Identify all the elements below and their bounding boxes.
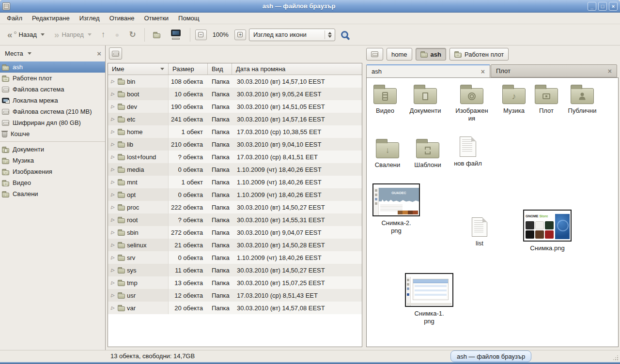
expander-icon[interactable]: ▷ bbox=[111, 217, 116, 222]
table-row[interactable]: ▷etc 241 обекта Папка 30.03.2010 (вт) 14… bbox=[108, 113, 362, 125]
icon-videos-folder[interactable]: Видео bbox=[368, 84, 403, 115]
sidebar-item-filesystem-210[interactable]: Файлова система (210 MB) bbox=[0, 106, 105, 117]
home-button[interactable] bbox=[150, 30, 164, 40]
breadcrumb-root-button[interactable] bbox=[366, 48, 383, 61]
icon-snimka-1-png[interactable]: Снимка-1.png bbox=[403, 273, 456, 325]
icon-public-folder[interactable]: Публични bbox=[561, 84, 604, 115]
menu-file[interactable]: Файл bbox=[2, 13, 27, 23]
minimize-button[interactable]: _ bbox=[588, 2, 596, 11]
icon-view-content[interactable]: Видео Документи Изображения Музика Плот bbox=[366, 77, 619, 347]
expander-icon[interactable]: ▷ bbox=[111, 305, 116, 310]
expander-icon[interactable]: ▷ bbox=[111, 268, 116, 273]
table-row[interactable]: ▷sbin 272 обекта Папка 30.03.2010 (вт) 9… bbox=[108, 226, 362, 239]
sidebar-item-videos[interactable]: Видео bbox=[0, 177, 105, 188]
expander-icon[interactable]: ▷ bbox=[111, 180, 116, 184]
tab-close-icon[interactable]: × bbox=[481, 68, 485, 76]
table-row[interactable]: ▷dev 190 обекта Папка 30.03.2010 (вт) 14… bbox=[108, 100, 362, 113]
tree-root-button[interactable] bbox=[109, 47, 122, 60]
expander-icon[interactable]: ▷ bbox=[111, 230, 116, 235]
table-row[interactable]: ▷mnt 1 обект Папка 1.10.2009 (чт) 18,40,… bbox=[108, 176, 362, 188]
table-row[interactable]: ▷sys 11 обекта Папка 30.03.2010 (вт) 14,… bbox=[108, 264, 362, 276]
table-row[interactable]: ▷usr 12 обекта Папка 17.03.2010 (ср) 8,5… bbox=[108, 289, 362, 302]
tab-ash[interactable]: ash× bbox=[366, 64, 490, 77]
breadcrumb-home-button[interactable]: home bbox=[387, 48, 412, 61]
view-mode-select[interactable]: Изглед като икони bbox=[249, 29, 335, 41]
table-row[interactable]: ▷media 0 обекта Папка 1.10.2009 (чт) 18,… bbox=[108, 163, 362, 176]
expander-icon[interactable]: ▷ bbox=[111, 255, 116, 260]
expander-icon[interactable]: ▷ bbox=[111, 154, 116, 159]
expander-icon[interactable]: ▷ bbox=[111, 79, 116, 84]
expander-icon[interactable]: ▷ bbox=[111, 192, 116, 197]
reload-button[interactable]: ↻ bbox=[125, 28, 139, 42]
sidebar-item-trash[interactable]: Кошче bbox=[0, 128, 105, 139]
table-row[interactable]: ▷home 1 обект Папка 17.03.2010 (ср) 10,3… bbox=[108, 125, 362, 138]
menu-edit[interactable]: Редактиране bbox=[27, 13, 75, 23]
icon-pictures-folder[interactable]: Изображения bbox=[450, 84, 494, 122]
sidebar-item-ash[interactable]: ash bbox=[0, 61, 105, 73]
expander-icon[interactable]: ▷ bbox=[111, 104, 116, 109]
icon-templates-folder[interactable]: Шаблони bbox=[407, 138, 448, 169]
forward-button[interactable]: » Напред bbox=[51, 29, 95, 40]
expander-icon[interactable]: ▷ bbox=[111, 167, 116, 172]
sidebar-item-music[interactable]: Музика bbox=[0, 155, 105, 166]
zoom-in-button[interactable]: + bbox=[234, 30, 246, 40]
table-row[interactable]: ▷opt 0 обекта Папка 1.10.2009 (чт) 18,40… bbox=[108, 188, 362, 201]
expander-icon[interactable]: ▷ bbox=[111, 129, 116, 134]
sidebar-item-downloads[interactable]: Свалени bbox=[0, 188, 105, 199]
sidebar-item-pictures[interactable]: Изображения bbox=[0, 166, 105, 177]
taskbar-tooltip[interactable]: ash — файлов браузър bbox=[450, 350, 531, 362]
computer-button[interactable] bbox=[167, 28, 185, 42]
table-row[interactable]: ▷srv 0 обекта Папка 1.10.2009 (чт) 18,40… bbox=[108, 251, 362, 264]
titlebar[interactable]: ash — файлов браузър _ □ × bbox=[0, 0, 620, 13]
column-header-type[interactable]: Вид bbox=[208, 63, 232, 75]
search-icon[interactable] bbox=[341, 31, 348, 38]
up-button[interactable]: ↑ bbox=[98, 28, 109, 42]
tab-close-icon[interactable]: × bbox=[608, 67, 612, 75]
table-row[interactable]: ▷proc 222 обекта Папка 30.03.2010 (вт) 1… bbox=[108, 201, 362, 213]
table-row[interactable]: ▷tmp 13 обекта Папка 30.03.2010 (вт) 15,… bbox=[108, 276, 362, 289]
sidebar-dropdown-icon[interactable] bbox=[28, 52, 31, 55]
breadcrumb-ash-button[interactable]: ash bbox=[416, 48, 446, 61]
sidebar-item-desktop[interactable]: Работен плот bbox=[0, 73, 105, 84]
expander-icon[interactable]: ▷ bbox=[111, 117, 116, 121]
back-button[interactable]: « Назад bbox=[4, 29, 48, 40]
icon-downloads-folder[interactable]: Свалени bbox=[367, 138, 408, 169]
menu-help[interactable]: Помощ bbox=[173, 13, 204, 23]
menu-bookmarks[interactable]: Отметки bbox=[139, 13, 173, 23]
combo-spinner-icon[interactable] bbox=[325, 32, 335, 38]
table-row[interactable]: ▷selinux 21 обекта Папка 30.03.2010 (вт)… bbox=[108, 239, 362, 251]
expander-icon[interactable]: ▷ bbox=[111, 243, 116, 247]
close-button[interactable]: × bbox=[609, 2, 618, 11]
icon-music-folder[interactable]: Музика bbox=[495, 84, 533, 115]
menu-view[interactable]: Изглед bbox=[75, 13, 105, 23]
sidebar-item-network[interactable]: Локална мрежа bbox=[0, 95, 105, 106]
expander-icon[interactable]: ▷ bbox=[111, 142, 116, 147]
table-row[interactable]: ▷lost+found ? обекта Папка 17.03.2010 (с… bbox=[108, 151, 362, 163]
maximize-button[interactable]: □ bbox=[598, 2, 607, 11]
icon-documents-folder[interactable]: Документи bbox=[403, 84, 447, 115]
resize-grip[interactable] bbox=[613, 355, 619, 361]
icon-desktop-folder[interactable]: Плот bbox=[532, 84, 561, 115]
stop-button[interactable]: ● bbox=[111, 29, 123, 41]
table-row[interactable]: ▷root ? обекта Папка 30.03.2010 (вт) 14,… bbox=[108, 213, 362, 226]
sidebar-item-filesystem[interactable]: Файлова система bbox=[0, 84, 105, 95]
icon-new-file[interactable]: нов файл bbox=[448, 136, 488, 167]
sidebar-close-icon[interactable]: × bbox=[97, 49, 101, 58]
column-header-size[interactable]: Размер bbox=[169, 63, 208, 75]
icon-list-file[interactable]: list bbox=[459, 217, 500, 247]
column-header-name[interactable]: Име bbox=[108, 63, 169, 75]
expander-icon[interactable]: ▷ bbox=[111, 280, 116, 285]
sidebar-item-documents[interactable]: Документи bbox=[0, 144, 105, 155]
tab-plot[interactable]: Плот× bbox=[491, 64, 617, 77]
expander-icon[interactable]: ▷ bbox=[111, 293, 116, 298]
table-row[interactable]: ▷var 20 обекта Папка 30.03.2010 (вт) 14,… bbox=[108, 302, 362, 314]
menu-go[interactable]: Отиване bbox=[105, 13, 140, 23]
breadcrumb-desktop-button[interactable]: Работен плот bbox=[450, 48, 509, 61]
back-dropdown-icon[interactable] bbox=[41, 33, 45, 36]
table-row[interactable]: ▷bin 108 обекта Папка 30.03.2010 (вт) 14… bbox=[108, 75, 362, 88]
table-row[interactable]: ▷boot 10 обекта Папка 30.03.2010 (вт) 9,… bbox=[108, 88, 362, 100]
expander-icon[interactable]: ▷ bbox=[111, 91, 116, 96]
icon-snimka-png[interactable]: GNOME Store Снимка.png bbox=[521, 210, 574, 252]
zoom-out-button[interactable]: − bbox=[195, 30, 207, 40]
table-row[interactable]: ▷lib 210 обекта Папка 30.03.2010 (вт) 9,… bbox=[108, 138, 362, 151]
